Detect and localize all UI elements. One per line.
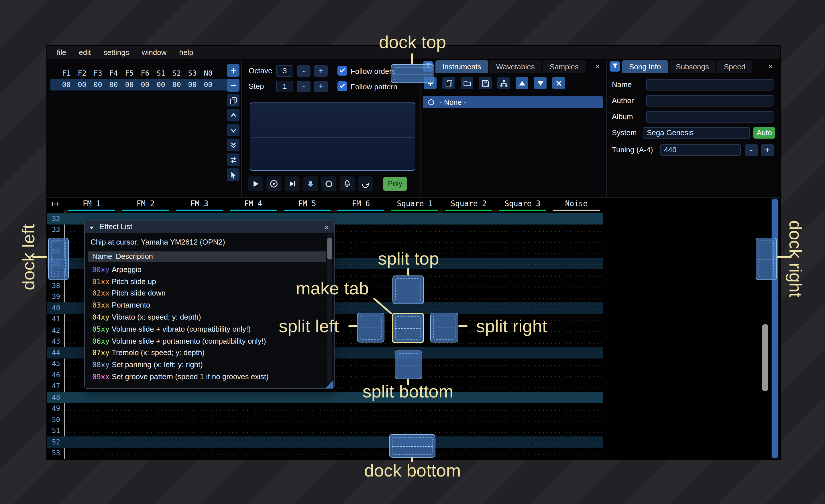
octave-increase-button[interactable]: +: [314, 65, 328, 77]
pattern-cell[interactable]: ... .. .. ....: [172, 405, 226, 412]
pattern-cell[interactable]: ... .. .. ....: [280, 416, 334, 424]
delete-instrument-button[interactable]: [552, 77, 565, 89]
pattern-cell[interactable]: ... .. .. ....: [334, 215, 388, 223]
instrument-list-item[interactable]: - None -: [423, 96, 603, 108]
pattern-cell[interactable]: ... .. .. ....: [334, 360, 388, 368]
close-effect-list-button[interactable]: [322, 223, 330, 232]
pattern-cell[interactable]: ... .. .. ....: [334, 405, 388, 412]
pattern-cell[interactable]: ... .. .. ....: [496, 371, 549, 379]
pattern-cell[interactable]: ... .. .. ....: [496, 449, 549, 457]
pattern-cell[interactable]: ... .. .. ....: [65, 438, 119, 446]
pattern-cell[interactable]: ... .. .. ....: [442, 416, 496, 424]
pattern-cell[interactable]: ... .. .. ....: [549, 449, 603, 457]
follow-orders-checkbox[interactable]: [338, 66, 347, 76]
pattern-cell[interactable]: ... .. .. ....: [388, 226, 442, 234]
tab-speed[interactable]: Speed: [717, 60, 752, 73]
pattern-cell[interactable]: ... .. .. ....: [442, 349, 496, 356]
effect-row[interactable]: 07xyTremolo (x: speed; y: depth): [88, 347, 326, 359]
tab-wavetables[interactable]: Wavetables: [489, 60, 542, 73]
album-input[interactable]: [646, 111, 773, 122]
tab-subsongs[interactable]: Subsongs: [669, 60, 716, 73]
pattern-cell[interactable]: ... .. .. ....: [496, 249, 549, 256]
orders-cell[interactable]: 00: [90, 80, 106, 89]
step-input[interactable]: 1: [276, 81, 293, 92]
menu-edit[interactable]: edit: [72, 48, 97, 57]
stop-button[interactable]: [321, 176, 336, 191]
pattern-cell[interactable]: ... .. .. ....: [388, 305, 442, 312]
tab-samples[interactable]: Samples: [543, 60, 586, 73]
pattern-cell[interactable]: ... .. .. ....: [549, 371, 603, 379]
orders-cell[interactable]: 00: [106, 80, 122, 89]
system-select[interactable]: Sega Genesis: [643, 127, 750, 139]
pattern-cell[interactable]: ... .. .. ....: [496, 394, 549, 401]
open-instrument-button[interactable]: [461, 77, 473, 89]
pattern-cell[interactable]: ... .. .. ....: [119, 449, 172, 457]
pattern-cell[interactable]: ... .. .. ....: [334, 449, 388, 457]
step-decrease-button[interactable]: -: [297, 81, 310, 92]
pattern-cell[interactable]: ... .. .. ....: [549, 260, 603, 267]
remove-order-button[interactable]: [227, 79, 239, 92]
pattern-cell[interactable]: ... .. .. ....: [442, 226, 496, 234]
pattern-cell[interactable]: ... .. .. ....: [496, 427, 549, 435]
pattern-cell[interactable]: ... .. .. ....: [172, 394, 226, 401]
add-order-button[interactable]: [227, 64, 239, 77]
channel-header-noise[interactable]: Noise: [549, 197, 603, 213]
pattern-cell[interactable]: ... .. .. ....: [226, 405, 280, 412]
tab-song-info[interactable]: Song Info: [622, 60, 668, 73]
pattern-cell[interactable]: ... .. .. ....: [280, 438, 334, 446]
pattern-cell[interactable]: ... .. .. ....: [549, 438, 603, 446]
follow-pattern-checkbox[interactable]: [338, 81, 347, 91]
effect-list-title-bar[interactable]: Effect List: [85, 221, 334, 233]
dock-target-right[interactable]: [756, 238, 777, 280]
channel-header-fm-3[interactable]: FM 3: [172, 197, 226, 213]
pattern-cell[interactable]: ... .. .. ....: [496, 349, 549, 356]
pattern-cell[interactable]: ... .. .. ....: [65, 394, 119, 401]
pattern-cell[interactable]: ... .. .. ....: [442, 282, 496, 289]
channel-header-fm-1[interactable]: FM 1: [65, 197, 119, 213]
pattern-cell[interactable]: ... .. .. ....: [280, 394, 334, 401]
menu-settings[interactable]: settings: [97, 48, 136, 57]
pattern-cell[interactable]: ... .. .. ....: [65, 405, 119, 412]
effect-row[interactable]: 00xyArpeggio: [88, 263, 326, 275]
pattern-cell[interactable]: ... .. .. ....: [549, 249, 603, 256]
save-instrument-button[interactable]: [479, 77, 492, 89]
change-all-orders-button[interactable]: [227, 154, 239, 166]
pattern-cell[interactable]: ... .. .. ....: [172, 449, 226, 457]
pattern-cell[interactable]: ... .. .. ....: [334, 226, 388, 234]
pattern-cell[interactable]: ... .. .. ....: [549, 360, 603, 368]
order-edit-mode-button[interactable]: [227, 168, 239, 181]
pattern-cell[interactable]: ... .. .. ....: [549, 226, 603, 234]
tuning-increase-button[interactable]: +: [761, 144, 774, 156]
pattern-cell[interactable]: ... .. .. ....: [334, 237, 388, 245]
menu-window[interactable]: window: [136, 48, 173, 57]
pattern-scrollbar-track[interactable]: [771, 197, 778, 459]
collapse-window-icon[interactable]: [88, 223, 95, 230]
pattern-cell[interactable]: ... .. .. ....: [549, 427, 603, 435]
menu-file[interactable]: file: [51, 48, 72, 57]
pattern-cell[interactable]: ... .. .. ....: [442, 427, 496, 435]
pattern-cell[interactable]: ... .. .. ....: [334, 371, 388, 379]
pattern-cell[interactable]: ... .. .. ....: [442, 449, 496, 457]
close-instruments-panel-button[interactable]: [593, 63, 602, 71]
pattern-cell[interactable]: ... .. .. ....: [496, 338, 549, 345]
pattern-cell[interactable]: ... .. .. ....: [65, 449, 119, 457]
pattern-cell[interactable]: ... .. .. ....: [388, 405, 442, 412]
duplicate-instrument-button[interactable]: [442, 77, 455, 89]
orders-cell[interactable]: 00: [200, 80, 216, 89]
pattern-cell[interactable]: ... .. .. ....: [496, 293, 549, 301]
pattern-cell[interactable]: ... .. .. ....: [549, 271, 603, 278]
metronome-button[interactable]: [340, 176, 355, 191]
pattern-cell[interactable]: ... .. .. ....: [496, 226, 549, 234]
pattern-cell[interactable]: ... .. .. ....: [119, 394, 172, 401]
pattern-cell[interactable]: ... .. .. ....: [442, 360, 496, 368]
expand-channels-button[interactable]: ++: [47, 197, 65, 213]
pattern-cell[interactable]: ... .. .. ....: [549, 305, 603, 312]
pattern-cell[interactable]: ... .. .. ....: [119, 438, 172, 446]
poly-mono-toggle-button[interactable]: Poly: [383, 177, 407, 191]
tab-list-button[interactable]: [610, 61, 620, 72]
pattern-cell[interactable]: ... .. .. ....: [388, 237, 442, 245]
pattern-cell[interactable]: ... .. .. ....: [549, 416, 603, 424]
move-cursor-down-button[interactable]: [303, 176, 318, 191]
channel-header-square-2[interactable]: Square 2: [442, 197, 496, 213]
pattern-cell[interactable]: ... .. .. ....: [280, 427, 334, 435]
